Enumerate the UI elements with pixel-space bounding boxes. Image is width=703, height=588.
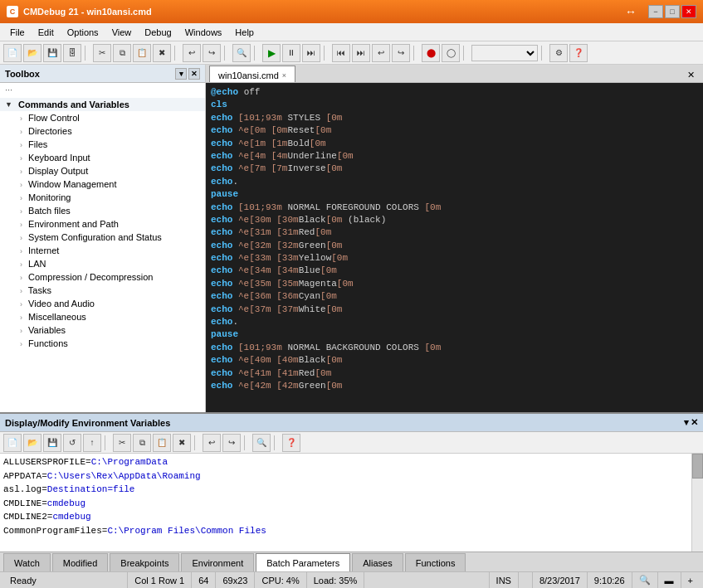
close-all-button[interactable]: ✕ <box>682 68 700 82</box>
tb-step[interactable]: ⏭ <box>302 44 320 62</box>
toolbox-item-internet[interactable]: › Internet <box>0 244 205 257</box>
env-tb-redo[interactable]: ↪ <box>222 434 241 452</box>
tb-redo[interactable]: ↪ <box>203 44 221 62</box>
tb-undo[interactable]: ↩ <box>183 44 201 62</box>
toolbox-item-window[interactable]: › Window Management <box>0 177 205 191</box>
env-tb-save[interactable]: 💾 <box>43 434 61 452</box>
menu-windows[interactable]: Windows <box>178 26 229 39</box>
item-arrow: › <box>20 340 22 348</box>
minimize-button[interactable]: − <box>648 5 663 18</box>
tb-bp1[interactable]: ⏮ <box>332 44 350 62</box>
menu-bar: File Edit Options View Debug Windows Hel… <box>0 23 703 41</box>
env-tb-refresh[interactable]: ↺ <box>63 434 81 452</box>
tab-watch[interactable]: Watch <box>3 553 51 571</box>
tb-extra1[interactable]: ⚙ <box>549 44 568 62</box>
toolbox-item-misc[interactable]: › Miscellaneous <box>0 310 205 323</box>
code-editor[interactable]: @echo off cls echo [101;93m STYLES [0m e… <box>206 83 703 412</box>
tb-extra2[interactable]: ❓ <box>569 44 588 62</box>
status-slider[interactable]: ▬ <box>658 572 681 588</box>
env-tb-copy[interactable]: ⧉ <box>133 434 151 452</box>
tab-breakpoints[interactable]: Breakpoints <box>110 553 179 571</box>
tb-paste[interactable]: 📋 <box>133 44 151 62</box>
menu-help[interactable]: Help <box>228 26 261 39</box>
toolbox-item-flow[interactable]: › Flow Control <box>0 111 205 124</box>
tb-stop[interactable]: ⬤ <box>422 44 440 62</box>
menu-options[interactable]: Options <box>61 26 105 39</box>
lower-section: Display/Modify Environment Variables ▾ ✕… <box>0 414 703 571</box>
toolbox-item-display[interactable]: › Display Output <box>0 164 205 177</box>
tb-bp2[interactable]: ⏭ <box>352 44 370 62</box>
menu-view[interactable]: View <box>105 26 139 39</box>
env-tb-cut[interactable]: ✂ <box>113 434 131 452</box>
tb-find[interactable]: 🔍 <box>232 44 251 62</box>
env-line-4: CMDLINE=cmdebug <box>3 497 688 511</box>
status-time: 9:10:26 <box>588 572 632 588</box>
toolbox-ellipsis[interactable]: ··· <box>0 83 205 96</box>
code-line: echo ^e[40m [40mBlack[0m <box>211 354 698 367</box>
toolbox-item-env[interactable]: › Environment and Path <box>0 217 205 231</box>
toolbox-panel: Toolbox ▾ ✕ ··· ▼ Commands and Variables… <box>0 65 206 412</box>
env-scrollbar[interactable] <box>691 454 703 552</box>
code-line: echo [101;93m NORMAL FOREGROUND COLORS [… <box>211 202 698 214</box>
menu-debug[interactable]: Debug <box>138 26 178 39</box>
tb-run[interactable]: ▶ <box>262 44 281 62</box>
tb-save[interactable]: 💾 <box>43 44 61 62</box>
toolbox-item-files[interactable]: › Files <box>0 138 205 151</box>
env-tb-paste[interactable]: 📋 <box>153 434 171 452</box>
tb-pause[interactable]: ⏸ <box>282 44 300 62</box>
tb-bp4[interactable]: ↪ <box>392 44 410 62</box>
toolbox-item-tasks[interactable]: › Tasks <box>0 284 205 297</box>
toolbox-group-commands[interactable]: ▼ Commands and Variables <box>0 98 205 111</box>
tb-reload[interactable]: ◯ <box>442 44 460 62</box>
toolbox-item-video[interactable]: › Video and Audio <box>0 297 205 310</box>
tb-combo[interactable] <box>471 45 538 61</box>
toolbox-item-variables[interactable]: › Variables <box>0 323 205 337</box>
toolbox-item-lan[interactable]: › LAN <box>0 257 205 270</box>
env-tb-go-up[interactable]: ↑ <box>83 434 101 452</box>
env-panel-menu-btn[interactable]: ▾ <box>684 417 689 428</box>
menu-edit[interactable]: Edit <box>32 26 61 39</box>
tab-close-icon[interactable]: × <box>282 71 286 80</box>
tab-aliases[interactable]: Aliases <box>352 553 403 571</box>
toolbox-item-functions[interactable]: › Functions <box>0 337 205 350</box>
status-zoom-in[interactable]: + <box>681 572 700 588</box>
item-arrow: › <box>20 287 22 295</box>
toolbox-item-sysconfig[interactable]: › System Configuration and Status <box>0 231 205 244</box>
sep7 <box>463 46 468 61</box>
status-zoom: 🔍 <box>632 572 658 588</box>
tb-save-all[interactable]: 🗄 <box>63 44 81 62</box>
code-line: echo ^e[31m [31mRed[0m <box>211 226 698 239</box>
toolbox-menu-btn[interactable]: ▾ <box>175 68 187 80</box>
tab-environment[interactable]: Environment <box>181 553 254 571</box>
toolbox-item-compression[interactable]: › Compression / Decompression <box>0 270 205 284</box>
menu-file[interactable]: File <box>3 26 32 39</box>
env-tb-find[interactable]: 🔍 <box>252 434 271 452</box>
tb-copy[interactable]: ⧉ <box>113 44 131 62</box>
tab-batch-parameters[interactable]: Batch Parameters <box>256 553 350 571</box>
tb-delete[interactable]: ✖ <box>153 44 171 62</box>
env-tb-open[interactable]: 📂 <box>23 434 41 452</box>
env-sep4 <box>274 435 279 450</box>
env-content[interactable]: ALLUSERSPROFILE=C:\ProgramData APPDATA=C… <box>0 454 691 552</box>
tab-modified[interactable]: Modified <box>52 553 109 571</box>
toolbox-item-dirs[interactable]: › Directories <box>0 124 205 138</box>
env-tb-delete[interactable]: ✖ <box>173 434 191 452</box>
env-tb-help[interactable]: ❓ <box>282 434 300 452</box>
env-scrollbar-thumb[interactable] <box>692 454 703 479</box>
env-tb-undo[interactable]: ↩ <box>203 434 221 452</box>
tb-bp3[interactable]: ↩ <box>372 44 390 62</box>
tb-new[interactable]: 📄 <box>3 44 22 62</box>
editor-tab-win10ansi[interactable]: win10ansi.cmd × <box>209 66 295 82</box>
env-tb-new[interactable]: 📄 <box>3 434 22 452</box>
env-panel-close-btn[interactable]: ✕ <box>691 417 698 428</box>
close-button[interactable]: ✕ <box>681 5 696 18</box>
toolbox-title: Toolbox <box>5 69 40 79</box>
toolbox-item-keyboard[interactable]: › Keyboard Input <box>0 151 205 164</box>
tb-cut[interactable]: ✂ <box>93 44 111 62</box>
toolbox-item-batch[interactable]: › Batch files <box>0 204 205 217</box>
tab-functions[interactable]: Functions <box>405 553 466 571</box>
tb-open[interactable]: 📂 <box>23 44 41 62</box>
toolbox-item-monitoring[interactable]: › Monitoring <box>0 191 205 204</box>
maximize-button[interactable]: □ <box>665 5 680 18</box>
toolbox-close-btn[interactable]: ✕ <box>188 68 200 80</box>
